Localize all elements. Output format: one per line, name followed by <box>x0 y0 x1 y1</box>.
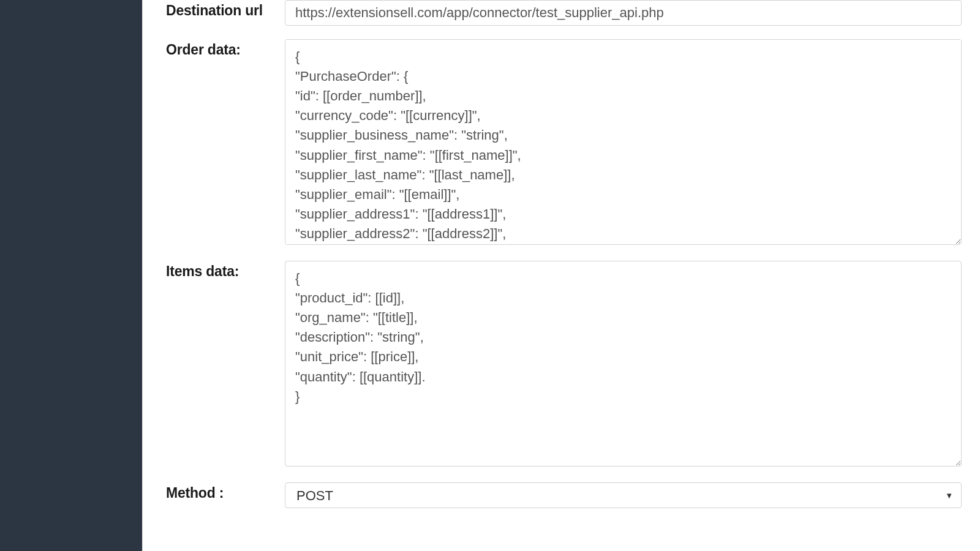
order-data-textarea[interactable] <box>285 39 962 245</box>
destination-url-label: Destination url <box>166 0 285 19</box>
items-data-textarea[interactable] <box>285 261 962 467</box>
form-row-destination-url: Destination url <box>166 0 962 26</box>
form-row-method: Method : POST ▼ <box>166 482 962 508</box>
form-row-items-data: Items data: <box>166 261 962 469</box>
form-row-order-data: Order data: <box>166 39 962 247</box>
order-data-label: Order data: <box>166 39 285 58</box>
method-select[interactable]: POST <box>285 482 962 508</box>
destination-url-input[interactable] <box>285 0 962 26</box>
items-data-label: Items data: <box>166 261 285 280</box>
method-label: Method : <box>166 482 285 501</box>
main-content: Destination url Order data: Items data: … <box>142 0 980 551</box>
sidebar <box>0 0 142 551</box>
